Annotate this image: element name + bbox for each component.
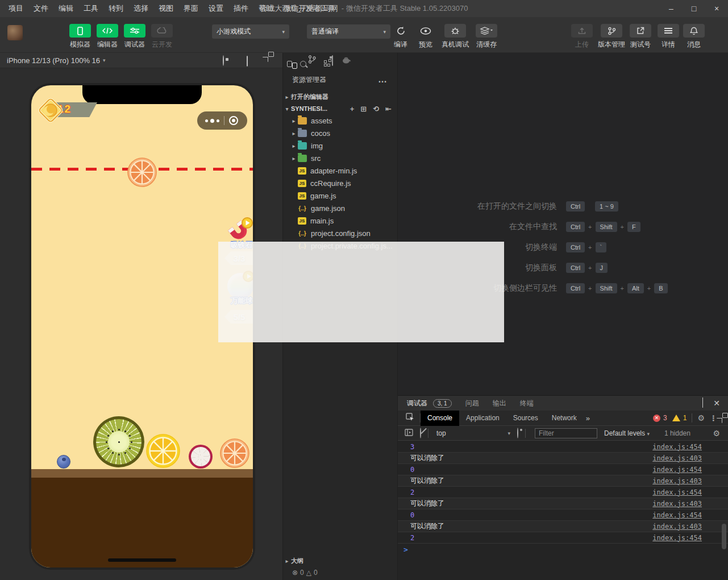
preview-button[interactable]: 预览 <box>413 24 439 49</box>
settings-gear-icon[interactable]: ⚙ <box>697 413 705 422</box>
tree-item-main-js[interactable]: JSmain.js <box>283 214 397 227</box>
compile-button[interactable]: 编译 <box>388 24 414 49</box>
tree-item-assets[interactable]: ▸assets <box>283 114 397 127</box>
miniprogram-capsule[interactable] <box>197 111 247 130</box>
menu-item[interactable]: 设置 <box>203 3 228 14</box>
teapot-icon[interactable] <box>341 56 351 66</box>
menu-item[interactable]: 项目 <box>3 3 28 14</box>
frame-selector[interactable]: top ▾ <box>436 429 510 437</box>
menu-item[interactable]: 编辑 <box>53 3 78 14</box>
maximize-button[interactable]: □ <box>683 0 705 17</box>
collapse-panel-icon[interactable] <box>702 398 703 408</box>
console-sidebar-icon[interactable] <box>405 428 413 438</box>
tree-item-game-json[interactable]: {..}game.json <box>283 202 397 214</box>
git-branch-icon[interactable] <box>308 55 316 66</box>
multi-window-icon[interactable] <box>268 57 278 67</box>
open-editors-section[interactable]: ▸ 打开的编辑器 <box>283 90 397 103</box>
tree-item-img[interactable]: ▸img <box>283 139 397 152</box>
tab-sources[interactable]: Sources <box>506 411 545 426</box>
tab-problems[interactable]: 问题 <box>465 399 479 408</box>
tab-application[interactable]: Application <box>459 411 506 426</box>
simulator-toggle-button[interactable]: 模拟器 <box>67 24 93 49</box>
log-source-link[interactable]: index.js:403 <box>652 454 702 462</box>
cloud-dev-button[interactable]: 云开发 <box>149 24 175 49</box>
more-actions-icon[interactable]: … <box>378 74 388 85</box>
live-expression-eye-icon[interactable] <box>517 428 518 438</box>
menu-item[interactable]: 工具 <box>78 3 103 14</box>
keycap: Ctrl <box>566 222 585 232</box>
log-source-link[interactable]: index.js:454 <box>652 466 702 474</box>
menu-item[interactable]: 插件 <box>228 3 253 14</box>
log-source-link[interactable]: index.js:454 <box>652 534 702 542</box>
device-selector[interactable]: iPhone 12/13 (Pro) 100% 16 <box>7 56 100 65</box>
menu-item[interactable]: 微信开发者工具 <box>278 3 340 14</box>
close-button[interactable]: × <box>705 0 728 17</box>
clear-cache-button[interactable]: 清缓存 <box>472 24 501 49</box>
debugger-toggle-button[interactable]: 调试器 <box>122 24 148 49</box>
menu-item[interactable]: 文件 <box>28 3 53 14</box>
details-button[interactable]: 详情 <box>655 24 681 49</box>
tab-debugger[interactable]: 调试器 <box>407 399 427 408</box>
log-source-link[interactable]: index.js:403 <box>652 500 702 508</box>
window-icon[interactable] <box>332 56 333 66</box>
game-mode-select[interactable]: 小游戏模式 ▾ <box>212 24 289 39</box>
compile-mode-select[interactable]: 普通编译 ▾ <box>307 24 390 39</box>
new-folder-icon[interactable]: ⊞ <box>360 105 367 113</box>
log-source-link[interactable]: index.js:454 <box>652 488 702 496</box>
refresh-icon[interactable]: ⟲ <box>373 105 379 113</box>
filter-input[interactable]: Filter <box>535 428 597 438</box>
log-source-link[interactable]: index.js:403 <box>652 523 702 531</box>
tree-item-cocos[interactable]: ▸cocos <box>283 127 397 139</box>
drag-ghost-overlay <box>218 242 504 342</box>
tree-item-ccRequire-js[interactable]: JSccRequire.js <box>283 177 397 189</box>
folder-icon <box>298 117 307 125</box>
tab-terminal[interactable]: 终端 <box>520 399 534 408</box>
tree-item-adapter-min-js[interactable]: JSadapter-min.js <box>283 164 397 177</box>
upload-button[interactable]: 上传 <box>569 24 595 49</box>
menu-item[interactable]: 帮助 <box>253 3 278 14</box>
log-levels-select[interactable]: Default levels ▾ <box>604 429 650 437</box>
more-dots-icon[interactable] <box>205 119 222 123</box>
inspect-element-icon[interactable] <box>406 413 414 424</box>
test-account-button[interactable]: 测试号 <box>627 24 654 49</box>
console-settings-gear-icon[interactable]: ⚙ <box>713 429 720 438</box>
log-message: 可以消除了 <box>410 521 444 531</box>
phone-frame-icon[interactable] <box>247 56 256 66</box>
close-panel-icon[interactable]: ✕ <box>713 399 720 408</box>
log-source-link[interactable]: index.js:403 <box>652 477 702 485</box>
minimize-button[interactable]: – <box>660 0 683 17</box>
console-scrollbar[interactable] <box>722 524 726 549</box>
tree-item-src[interactable]: ▸src <box>283 152 397 164</box>
tree-item-project-config-json[interactable]: {..}project.config.json <box>283 227 397 239</box>
device-debug-button[interactable]: 真机调试 <box>439 24 471 49</box>
tab-console[interactable]: Console <box>421 411 459 426</box>
log-message: 可以消除了 <box>410 476 444 486</box>
error-badge-icon[interactable]: ✕ <box>653 415 660 422</box>
debugger-dock-header: 调试器 3, 1 问题 输出 终端 ✕ <box>398 396 728 411</box>
clear-console-icon[interactable] <box>420 428 421 438</box>
log-source-link[interactable]: index.js:454 <box>652 443 702 451</box>
more-tabs-icon[interactable]: » <box>586 414 590 422</box>
avatar[interactable] <box>7 25 23 40</box>
warning-badge-icon[interactable] <box>672 415 680 421</box>
log-source-link[interactable]: index.js:454 <box>652 511 702 519</box>
version-control-button[interactable]: 版本管理 <box>593 24 630 49</box>
menu-item[interactable]: 转到 <box>103 3 128 14</box>
console-prompt[interactable]: > <box>403 545 408 554</box>
messages-button[interactable]: 消息 <box>681 24 707 49</box>
project-root-section[interactable]: ▾ SYNTHESI... + ⊞ ⟲ ⇤ <box>283 102 397 115</box>
outline-section[interactable]: ▸ 大纲 <box>283 554 397 567</box>
tree-item-game-js[interactable]: JSgame.js <box>283 189 397 202</box>
menu-item[interactable]: 选择 <box>128 3 153 14</box>
tab-network[interactable]: Network <box>545 411 584 426</box>
eye-icon <box>420 24 431 38</box>
new-file-icon[interactable]: + <box>350 105 355 113</box>
menu-item[interactable]: 界面 <box>178 3 203 14</box>
exit-target-icon[interactable] <box>229 116 238 125</box>
tab-output[interactable]: 输出 <box>493 399 506 408</box>
editor-toggle-button[interactable]: 编辑器 <box>94 24 120 49</box>
menu-item[interactable]: 视图 <box>153 3 178 14</box>
collapse-all-icon[interactable]: ⇤ <box>385 105 392 113</box>
record-icon[interactable] <box>223 56 232 65</box>
warning-triangle-icon: △ <box>306 569 311 577</box>
